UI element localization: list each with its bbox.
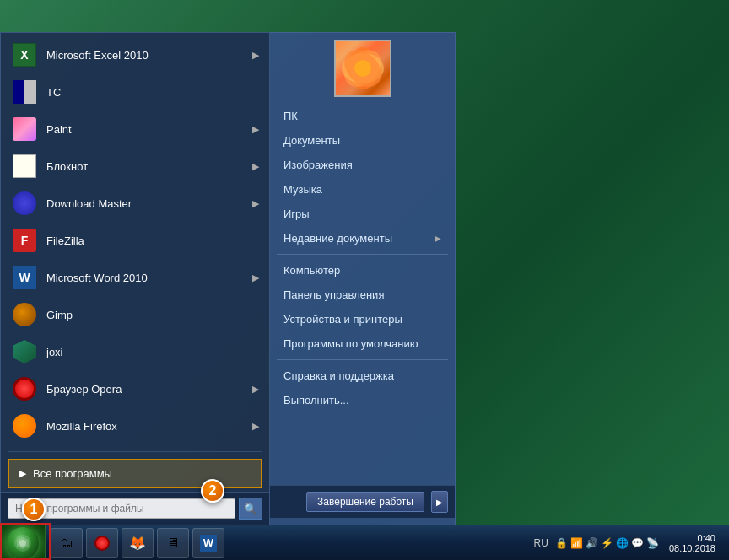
right-item-run[interactable]: Выполнить... bbox=[270, 388, 455, 412]
right-item-computer[interactable]: Компьютер bbox=[270, 258, 455, 283]
tray-icon-2: 📶 bbox=[570, 537, 583, 549]
program-item-word[interactable]: W Microsoft Word 2010 ▶ bbox=[1, 259, 269, 296]
firefox-icon bbox=[11, 412, 38, 439]
tray-icon-4: ⚡ bbox=[601, 537, 613, 549]
tray-icon-5: 🌐 bbox=[616, 537, 629, 549]
right-item-pc[interactable]: ПК bbox=[270, 104, 455, 128]
search-button[interactable]: 🔍 bbox=[239, 498, 262, 520]
right-item-devices[interactable]: Устройства и принтеры bbox=[270, 307, 455, 331]
right-item-computer-label: Компьютер bbox=[284, 264, 340, 277]
right-separator-2 bbox=[277, 359, 448, 360]
notepad-icon bbox=[11, 153, 38, 180]
right-item-docs-label: Документы bbox=[284, 134, 340, 147]
right-item-music-label: Музыка bbox=[284, 183, 322, 196]
program-name-gimp: Gimp bbox=[46, 309, 259, 321]
tray-icon-1: 🔒 bbox=[555, 537, 568, 549]
program-name-excel: Microsoft Excel 2010 bbox=[46, 49, 252, 62]
programs-list: X Microsoft Excel 2010 ▶ TC bbox=[1, 33, 269, 448]
right-item-pc-label: ПК bbox=[284, 110, 298, 122]
word-taskbar-icon: W bbox=[200, 535, 217, 552]
tc-taskbar-icon: 🗂 bbox=[58, 535, 75, 552]
all-programs-button[interactable]: ▶ Все программы bbox=[8, 459, 262, 488]
taskbar-right: RU 🔒 📶 🔊 ⚡ 🌐 💬 📡 0:40 08.10.2018 bbox=[524, 525, 729, 560]
badge-2: 2 bbox=[201, 479, 224, 503]
desktop: X Microsoft Excel 2010 ▶ TC bbox=[0, 0, 729, 560]
excel-arrow: ▶ bbox=[252, 50, 259, 61]
right-item-images[interactable]: Изображения bbox=[270, 153, 455, 177]
program-item-filezilla[interactable]: F FileZilla bbox=[1, 222, 269, 259]
right-item-defaults[interactable]: Программы по умолчанию bbox=[270, 331, 455, 356]
taskbar-app-word[interactable]: W bbox=[192, 528, 224, 558]
opera-taskbar-icon bbox=[94, 535, 111, 552]
program-item-opera[interactable]: Браузер Opera ▶ bbox=[1, 370, 269, 407]
taskbar-app-explorer[interactable]: 🖥 bbox=[157, 528, 189, 558]
all-programs-arrow-icon: ▶ bbox=[19, 468, 26, 479]
clock-time: 0:40 bbox=[669, 533, 716, 543]
dm-icon bbox=[11, 190, 38, 217]
program-item-tc[interactable]: TC bbox=[1, 73, 269, 110]
tc-icon bbox=[11, 78, 38, 105]
program-name-filezilla: FileZilla bbox=[46, 234, 259, 247]
taskbar-app-opera[interactable] bbox=[86, 528, 118, 558]
tray-icon-6: 💬 bbox=[631, 537, 644, 549]
program-name-tc: TC bbox=[46, 86, 259, 99]
taskbar: 🗂 🦊 🖥 W RU 🔒 📶 🔊 ⚡ bbox=[0, 525, 729, 560]
recent-arrow-icon: ▶ bbox=[435, 234, 441, 243]
right-item-music[interactable]: Музыка bbox=[270, 177, 455, 202]
right-item-defaults-label: Программы по умолчанию bbox=[284, 337, 418, 350]
filezilla-icon: F bbox=[11, 227, 38, 254]
program-name-word: Microsoft Word 2010 bbox=[46, 272, 252, 284]
start-button[interactable] bbox=[0, 525, 46, 561]
notepad-arrow: ▶ bbox=[252, 161, 259, 172]
firefox-taskbar-icon: 🦊 bbox=[129, 535, 146, 552]
program-item-firefox[interactable]: Mozilla Firefox ▶ bbox=[1, 407, 269, 444]
start-menu-right-panel: ПК Документы Изображения Музыка Игры Нед… bbox=[270, 32, 456, 525]
program-name-joxi: joxi bbox=[46, 346, 259, 358]
right-item-games-label: Игры bbox=[284, 207, 310, 220]
taskbar-app-firefox[interactable]: 🦊 bbox=[122, 528, 154, 558]
right-item-help[interactable]: Справка и поддержка bbox=[270, 363, 455, 388]
taskbar-apps: 🗂 🦊 🖥 W bbox=[46, 525, 230, 560]
right-item-images-label: Изображения bbox=[284, 159, 353, 171]
right-separator-1 bbox=[277, 254, 448, 255]
right-item-recent[interactable]: Недавние документы ▶ bbox=[270, 226, 455, 250]
program-item-excel[interactable]: X Microsoft Excel 2010 ▶ bbox=[1, 36, 269, 73]
taskbar-app-tc[interactable]: 🗂 bbox=[51, 528, 83, 558]
word-icon: W bbox=[11, 264, 38, 291]
svg-point-4 bbox=[354, 60, 371, 77]
program-item-notepad[interactable]: Блокнот ▶ bbox=[1, 148, 269, 185]
programs-separator bbox=[8, 451, 262, 452]
program-name-paint: Paint bbox=[46, 123, 252, 136]
gimp-icon bbox=[11, 301, 38, 328]
user-avatar-image bbox=[334, 40, 392, 97]
svg-point-6 bbox=[19, 540, 26, 547]
badge-1: 1 bbox=[22, 498, 46, 521]
clock-date: 08.10.2018 bbox=[669, 543, 716, 553]
program-item-paint[interactable]: Paint ▶ bbox=[1, 110, 269, 148]
right-item-recent-label: Недавние документы bbox=[284, 232, 392, 245]
tray-icon-7: 📡 bbox=[646, 537, 659, 549]
tray-icon-3: 🔊 bbox=[586, 537, 598, 549]
right-item-control[interactable]: Панель управления bbox=[270, 283, 455, 307]
opera-arrow: ▶ bbox=[252, 384, 259, 395]
paint-icon bbox=[11, 116, 38, 143]
taskbar-clock: 0:40 08.10.2018 bbox=[662, 533, 722, 553]
start-menu-left-panel: X Microsoft Excel 2010 ▶ TC bbox=[0, 32, 270, 525]
paint-arrow: ▶ bbox=[252, 124, 259, 135]
word-arrow: ▶ bbox=[252, 272, 259, 283]
shutdown-label: Завершение работы bbox=[317, 496, 413, 508]
right-item-control-label: Панель управления bbox=[284, 288, 384, 301]
program-item-dm[interactable]: Download Master ▶ bbox=[1, 185, 269, 222]
firefox-arrow: ▶ bbox=[252, 421, 259, 432]
program-name-dm: Download Master bbox=[46, 197, 252, 210]
all-programs-label: Все программы bbox=[33, 467, 112, 480]
explorer-taskbar-icon: 🖥 bbox=[165, 535, 181, 552]
shutdown-arrow-button[interactable]: ▶ bbox=[431, 491, 448, 513]
program-item-gimp[interactable]: Gimp bbox=[1, 296, 269, 333]
program-item-joxi[interactable]: joxi bbox=[1, 333, 269, 370]
taskbar-language: RU bbox=[531, 537, 552, 549]
right-item-games[interactable]: Игры bbox=[270, 202, 455, 226]
right-item-docs[interactable]: Документы bbox=[270, 128, 455, 153]
taskbar-tray: 🔒 📶 🔊 ⚡ 🌐 💬 📡 bbox=[555, 537, 659, 549]
shutdown-button[interactable]: Завершение работы bbox=[306, 492, 424, 512]
